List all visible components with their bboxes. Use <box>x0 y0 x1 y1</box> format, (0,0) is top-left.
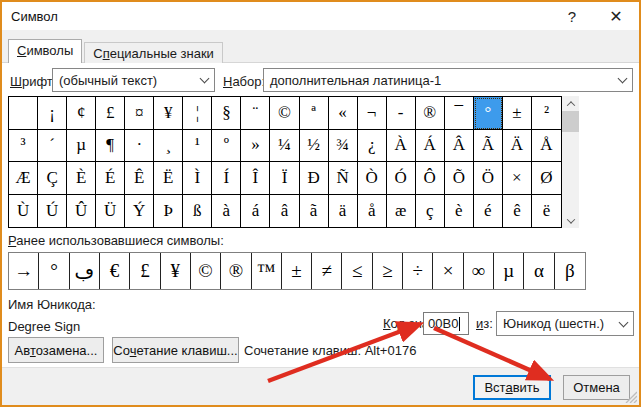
help-icon[interactable]: ? <box>558 2 586 30</box>
symbol-cell[interactable]: Ú <box>38 195 67 228</box>
symbol-cell[interactable]: µ <box>67 130 96 163</box>
char-code-input[interactable]: 00B0 <box>423 312 469 335</box>
symbol-cell[interactable]: ë <box>532 195 561 228</box>
recent-symbol-cell[interactable]: ÷ <box>403 253 433 289</box>
symbol-cell[interactable]: Û <box>67 195 96 228</box>
symbol-cell[interactable]: Ä <box>503 130 532 163</box>
resize-grip-icon[interactable] <box>624 390 637 403</box>
symbol-cell[interactable]: é <box>474 195 503 228</box>
symbol-cell[interactable]: á <box>241 195 270 228</box>
symbol-cell[interactable]: É <box>96 162 125 195</box>
symbol-cell[interactable]: ¸ <box>154 130 183 163</box>
subset-select[interactable]: дополнительная латиница-1 <box>263 68 633 92</box>
from-select[interactable]: Юникод (шестн.) <box>496 311 634 336</box>
symbol-cell[interactable]: Á <box>416 130 445 163</box>
recent-symbol-cell[interactable]: ڢ <box>70 253 100 289</box>
symbol-cell[interactable]: ¶ <box>96 130 125 163</box>
symbol-cell[interactable]: Ã <box>474 130 503 163</box>
symbol-cell[interactable]: ¦ <box>183 97 212 130</box>
symbol-cell[interactable]: ¨ <box>241 97 270 130</box>
symbol-cell[interactable]: Ó <box>387 162 416 195</box>
symbol-cell[interactable]: Õ <box>445 162 474 195</box>
symbol-cell[interactable]: Ì <box>183 162 212 195</box>
symbol-cell[interactable]: - <box>387 97 416 130</box>
symbol-cell[interactable]: ¯ <box>445 97 474 130</box>
symbol-cell[interactable]: È <box>67 162 96 195</box>
recent-symbol-cell[interactable]: µ <box>494 253 524 289</box>
recent-symbol-cell[interactable]: α <box>524 253 554 289</box>
recent-symbol-cell[interactable]: ≠ <box>312 253 342 289</box>
symbol-cell[interactable]: × <box>503 162 532 195</box>
symbol-cell[interactable]: Ø <box>532 162 561 195</box>
scrollbar-thumb[interactable] <box>562 111 579 132</box>
symbol-cell[interactable]: ¬ <box>358 97 387 130</box>
symbol-cell[interactable]: Â <box>445 130 474 163</box>
recent-symbol-cell[interactable]: © <box>191 253 221 289</box>
symbol-cell[interactable]: « <box>329 97 358 130</box>
symbol-cell[interactable]: Î <box>241 162 270 195</box>
symbol-cell[interactable]: Þ <box>154 195 183 228</box>
symbol-cell[interactable]: Ù <box>9 195 38 228</box>
symbol-cell[interactable]: ² <box>532 97 561 130</box>
symbol-cell[interactable]: ã <box>300 195 329 228</box>
tab-symbols[interactable]: Символы <box>8 39 82 63</box>
shortcut-key-button[interactable]: Сочетание клавиш... <box>112 337 239 363</box>
symbol-cell[interactable]: Ê <box>125 162 154 195</box>
recent-symbol-cell[interactable]: ® <box>221 253 251 289</box>
recent-symbol-cell[interactable]: € <box>100 253 130 289</box>
symbol-cell[interactable]: ¥ <box>154 97 183 130</box>
recent-symbol-cell[interactable]: £ <box>130 253 160 289</box>
symbol-cell[interactable]: ¼ <box>270 130 299 163</box>
symbol-cell[interactable]: Í <box>212 162 241 195</box>
recent-symbol-cell[interactable]: ° <box>39 253 69 289</box>
symbol-cell[interactable]: ª <box>300 97 329 130</box>
font-select[interactable]: (обычный текст) <box>52 68 215 92</box>
symbol-cell[interactable]: Ï <box>270 162 299 195</box>
symbol-cell[interactable]: § <box>212 97 241 130</box>
symbol-cell[interactable]: ä <box>329 195 358 228</box>
symbol-cell[interactable]: à <box>212 195 241 228</box>
recent-symbol-cell[interactable]: × <box>433 253 463 289</box>
symbol-cell[interactable]: Å <box>532 130 561 163</box>
symbol-cell[interactable]: ¡ <box>38 97 67 130</box>
symbol-cell[interactable]: Ý <box>125 195 154 228</box>
symbol-cell[interactable]: ¾ <box>329 130 358 163</box>
symbol-cell[interactable]: ç <box>416 195 445 228</box>
symbol-cell[interactable]: ¢ <box>67 97 96 130</box>
symbol-cell[interactable]: ê <box>503 195 532 228</box>
recent-symbol-cell[interactable]: ≤ <box>342 253 372 289</box>
symbol-cell[interactable]: Ë <box>154 162 183 195</box>
scroll-down-icon[interactable] <box>562 213 579 228</box>
close-icon[interactable]: ✕ <box>600 2 632 30</box>
symbol-cell[interactable]: æ <box>387 195 416 228</box>
symbol-cell[interactable]: Ñ <box>329 162 358 195</box>
symbol-cell[interactable]: £ <box>96 97 125 130</box>
recent-symbol-cell[interactable]: ¥ <box>161 253 191 289</box>
symbol-cell-selected[interactable]: ° <box>474 97 503 130</box>
symbol-cell[interactable]: © <box>270 97 299 130</box>
symbol-cell[interactable]: ± <box>503 97 532 130</box>
autocorrect-button[interactable]: Автозамена... <box>8 337 104 363</box>
recent-symbol-cell[interactable]: → <box>9 253 39 289</box>
symbol-cell[interactable]: ¤ <box>125 97 154 130</box>
symbol-cell[interactable]: ¿ <box>358 130 387 163</box>
symbol-cell[interactable]: â <box>270 195 299 228</box>
symbol-cell[interactable]: ¹ <box>183 130 212 163</box>
symbol-cell[interactable]: » <box>241 130 270 163</box>
recent-symbol-cell[interactable]: ≥ <box>373 253 403 289</box>
symbol-cell[interactable]: å <box>358 195 387 228</box>
symbol-cell[interactable]: · <box>125 130 154 163</box>
symbol-cell[interactable]: Ò <box>358 162 387 195</box>
symbol-cell[interactable]: Ü <box>96 195 125 228</box>
symbol-grid-scrollbar[interactable] <box>562 96 579 228</box>
recent-symbol-cell[interactable]: ™ <box>252 253 282 289</box>
recent-symbol-cell[interactable]: ± <box>282 253 312 289</box>
scroll-up-icon[interactable] <box>562 96 579 111</box>
recent-symbol-cell[interactable]: ∞ <box>464 253 494 289</box>
symbol-cell[interactable]: Ç <box>38 162 67 195</box>
symbol-cell[interactable]: ® <box>416 97 445 130</box>
tab-special-characters[interactable]: Специальные знаки <box>84 42 223 63</box>
recent-symbol-cell[interactable]: β <box>555 253 585 289</box>
symbol-cell[interactable]: À <box>387 130 416 163</box>
symbol-cell[interactable]: è <box>445 195 474 228</box>
